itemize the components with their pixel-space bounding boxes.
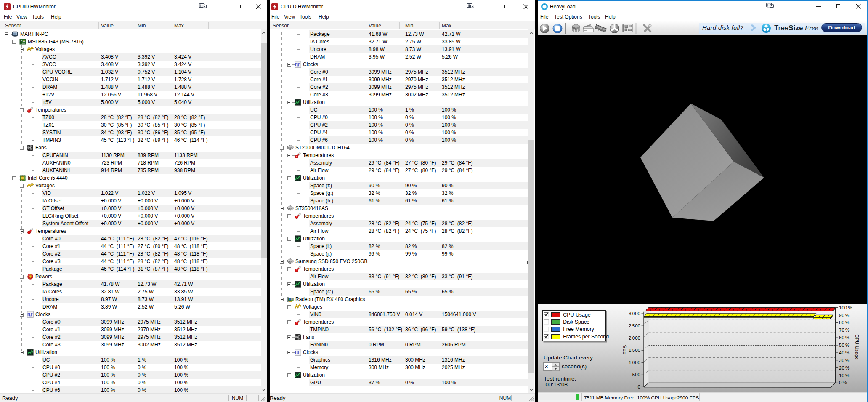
svg-text:500: 500: [632, 372, 640, 377]
svg-text:90 %: 90 %: [839, 313, 849, 318]
svg-text:60 %: 60 %: [839, 335, 849, 340]
svg-text:3 000: 3 000: [629, 311, 640, 316]
svg-text:2 500: 2 500: [629, 323, 640, 328]
svg-text:CPU Usage: CPU Usage: [855, 334, 860, 360]
svg-text:100 %: 100 %: [839, 305, 852, 310]
svg-text:2 000: 2 000: [629, 335, 640, 341]
svg-text:0 %: 0 %: [839, 380, 847, 385]
svg-text:30 %: 30 %: [839, 358, 849, 363]
svg-text:1 000: 1 000: [629, 360, 640, 365]
svg-text:70 %: 70 %: [839, 327, 849, 333]
svg-text:80 %: 80 %: [839, 320, 849, 325]
svg-text:1 500: 1 500: [629, 348, 640, 353]
svg-text:FPS: FPS: [622, 345, 627, 354]
svg-text:10 %: 10 %: [839, 373, 849, 378]
svg-text:0: 0: [638, 384, 640, 389]
svg-text:50 %: 50 %: [839, 343, 849, 348]
svg-text:20 %: 20 %: [839, 365, 849, 370]
svg-text:40 %: 40 %: [839, 350, 849, 355]
